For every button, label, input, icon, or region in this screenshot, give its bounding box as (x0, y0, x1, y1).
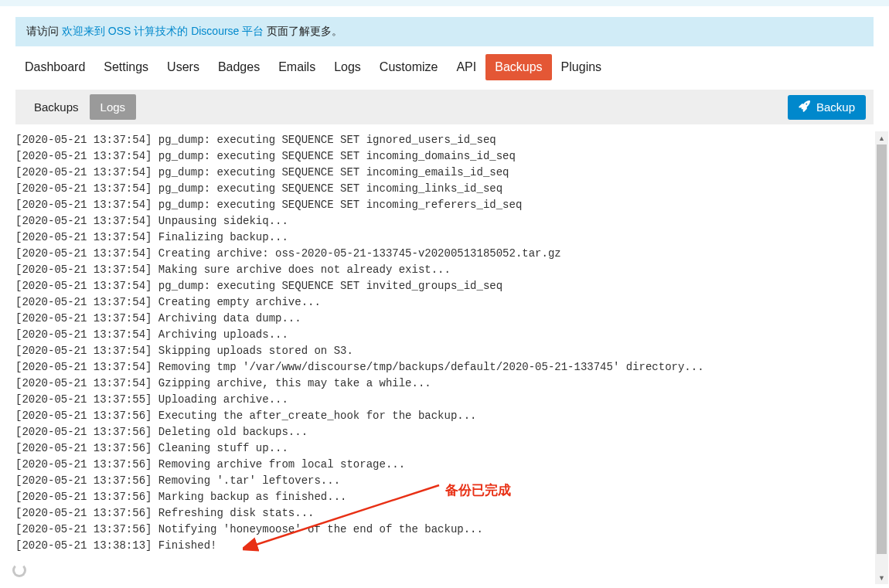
nav-item-logs[interactable]: Logs (325, 54, 370, 80)
notice-suffix: 页面了解更多。 (264, 25, 342, 37)
top-strip (0, 0, 889, 6)
welcome-notice: 请访问 欢迎来到 OSS 计算技术的 Discourse 平台 页面了解更多。 (15, 17, 874, 46)
nav-item-emails[interactable]: Emails (269, 54, 325, 80)
backups-sub-tabs: BackupsLogs (23, 94, 136, 120)
nav-item-settings[interactable]: Settings (94, 54, 158, 80)
sub-tab-backups[interactable]: Backups (23, 94, 90, 120)
admin-main-nav: DashboardSettingsUsersBadgesEmailsLogsCu… (15, 54, 874, 85)
vertical-scrollbar[interactable]: ▲ ▼ (875, 131, 888, 577)
log-output: [2020-05-21 13:37:54] pg_dump: executing… (15, 132, 874, 559)
nav-item-api[interactable]: API (447, 54, 485, 80)
backups-sub-bar: BackupsLogs Backup (15, 90, 874, 124)
notice-link[interactable]: 欢迎来到 OSS 计算技术的 Discourse 平台 (62, 25, 264, 37)
scrollbar-thumb[interactable] (877, 144, 887, 554)
loading-spinner-icon (12, 563, 26, 577)
nav-item-dashboard[interactable]: Dashboard (15, 54, 94, 80)
rocket-icon (799, 100, 810, 114)
nav-item-badges[interactable]: Badges (209, 54, 269, 80)
notice-prefix: 请访问 (26, 25, 62, 37)
nav-item-plugins[interactable]: Plugins (552, 54, 611, 80)
backup-button[interactable]: Backup (788, 95, 866, 120)
sub-tab-logs[interactable]: Logs (90, 94, 137, 120)
nav-item-customize[interactable]: Customize (370, 54, 448, 80)
log-output-panel: [2020-05-21 13:37:54] pg_dump: executing… (15, 132, 874, 559)
nav-item-users[interactable]: Users (158, 54, 209, 80)
backup-button-label: Backup (816, 100, 855, 114)
scroll-down-button[interactable]: ▼ (875, 571, 888, 577)
scroll-up-button[interactable]: ▲ (875, 131, 888, 144)
nav-item-backups[interactable]: Backups (485, 54, 551, 80)
